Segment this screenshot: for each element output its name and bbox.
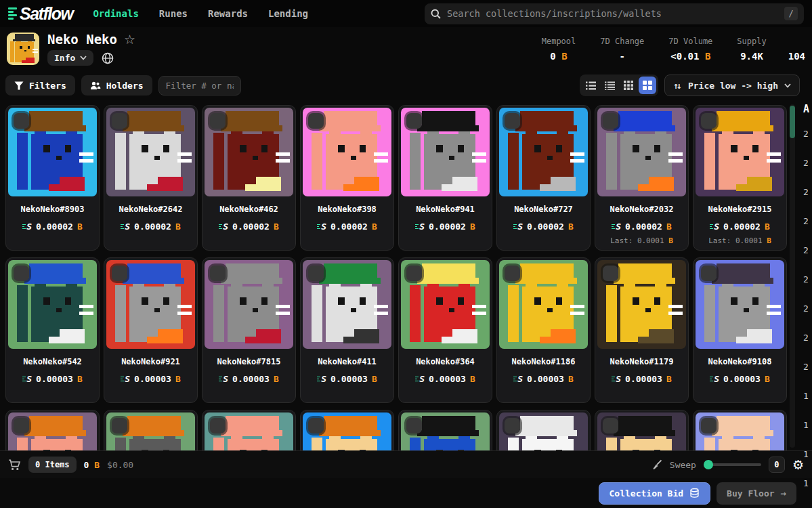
nav-item-runes[interactable]: Runes bbox=[159, 8, 188, 19]
settings-gear-icon[interactable]: ⚙ bbox=[792, 459, 804, 471]
sweep-slider-knob[interactable] bbox=[704, 460, 713, 469]
card-name: NekoNeko#9108 bbox=[696, 357, 784, 366]
satflow-price-icon: S bbox=[612, 374, 621, 384]
favorite-star-icon[interactable]: ☆ bbox=[124, 33, 135, 46]
card-checkbox[interactable] bbox=[505, 266, 520, 281]
card-checkbox[interactable] bbox=[112, 418, 127, 433]
card-checkbox[interactable] bbox=[112, 266, 127, 281]
satflow-logo[interactable]: Satflow bbox=[8, 4, 72, 24]
filters-button[interactable]: Filters bbox=[5, 75, 75, 96]
card[interactable] bbox=[5, 410, 100, 450]
card-price: S0.00002B bbox=[597, 221, 686, 232]
card-checkbox[interactable] bbox=[406, 418, 422, 433]
card[interactable] bbox=[104, 410, 198, 450]
stat-7d-volume: 7D Volume <0.01 B bbox=[668, 37, 712, 62]
card[interactable] bbox=[496, 410, 591, 450]
card-9108[interactable]: NekoNeko#9108 S0.00003B bbox=[693, 257, 787, 403]
collection-stats: Mempool 0 B 7D Change - 7D Volume <0.01 … bbox=[542, 37, 805, 62]
satflow-price-icon: S bbox=[317, 374, 326, 384]
card-checkbox[interactable] bbox=[210, 266, 226, 281]
card-checkbox[interactable] bbox=[603, 113, 618, 129]
nav-item-lending[interactable]: Lending bbox=[268, 8, 308, 19]
card-462[interactable]: NekoNeko#462 S0.00002B bbox=[202, 105, 296, 251]
btc-symbol: B bbox=[175, 374, 181, 384]
card-checkbox[interactable] bbox=[505, 113, 520, 129]
card-2642[interactable]: NekoNeko#2642 S0.00002B bbox=[104, 105, 198, 251]
card[interactable] bbox=[693, 410, 787, 450]
card-542[interactable]: NekoNeko#542 S0.00003B bbox=[5, 257, 100, 403]
card-7815[interactable]: NekoNeko#7815 S0.00003B bbox=[202, 257, 296, 403]
card-checkbox[interactable] bbox=[14, 113, 29, 129]
card[interactable] bbox=[398, 410, 492, 450]
card-name: NekoNeko#2642 bbox=[106, 205, 195, 214]
card-checkbox[interactable] bbox=[406, 266, 422, 281]
card-checkbox[interactable] bbox=[14, 266, 29, 281]
card-398[interactable]: NekoNeko#398 S0.00002B bbox=[300, 105, 394, 251]
card-name: NekoNeko#7815 bbox=[205, 357, 293, 366]
sort-dropdown[interactable]: ↑↓ Price low -> high bbox=[664, 75, 800, 96]
scrollbar-thumb[interactable] bbox=[790, 106, 795, 138]
card-727[interactable]: NekoNeko#727 S0.00002B bbox=[496, 105, 591, 251]
card-price: S0.00003B bbox=[597, 374, 686, 384]
card-941[interactable]: NekoNeko#941 S0.00002B bbox=[398, 105, 492, 251]
btc-symbol: B bbox=[666, 221, 672, 232]
card-364[interactable]: NekoNeko#364 S0.00003B bbox=[398, 257, 492, 403]
holders-people-icon bbox=[90, 81, 101, 90]
compact-list-view-button[interactable] bbox=[601, 77, 618, 94]
card-checkbox[interactable] bbox=[505, 418, 520, 433]
sweep-slider[interactable] bbox=[704, 460, 761, 469]
card-2915[interactable]: NekoNeko#2915 S0.00002BLast: 0.0001 B bbox=[693, 105, 787, 251]
scrollbar[interactable] bbox=[790, 104, 795, 448]
card[interactable] bbox=[300, 410, 394, 450]
card-checkbox[interactable] bbox=[308, 266, 324, 281]
card-checkbox[interactable] bbox=[406, 113, 422, 129]
card-checkbox[interactable] bbox=[701, 113, 717, 129]
card-checkbox[interactable] bbox=[308, 113, 324, 129]
card-checkbox[interactable] bbox=[308, 418, 324, 433]
filter-input[interactable] bbox=[158, 76, 241, 96]
cart-icon[interactable] bbox=[8, 459, 21, 471]
nav-item-ordinals[interactable]: Ordinals bbox=[93, 8, 138, 19]
large-grid-view-button[interactable] bbox=[639, 77, 656, 94]
card-name: NekoNeko#8903 bbox=[8, 205, 97, 214]
list-view-button[interactable] bbox=[582, 77, 599, 94]
card-checkbox[interactable] bbox=[210, 418, 226, 433]
satflow-price-icon: S bbox=[219, 374, 228, 384]
card-checkbox[interactable] bbox=[210, 113, 226, 129]
search-bar[interactable]: / bbox=[425, 3, 804, 24]
card-name: NekoNeko#364 bbox=[401, 357, 490, 366]
card-1179[interactable]: NekoNeko#1179 S0.00003B bbox=[595, 257, 689, 403]
card-2032[interactable]: NekoNeko#2032 S0.00002BLast: 0.0001 B bbox=[595, 105, 689, 251]
card-checkbox[interactable] bbox=[112, 113, 127, 129]
info-dropdown-button[interactable]: Info bbox=[47, 50, 93, 66]
collection-avatar[interactable] bbox=[7, 33, 39, 65]
card[interactable] bbox=[595, 410, 689, 450]
card-price: S0.00003B bbox=[205, 374, 293, 384]
card[interactable] bbox=[202, 410, 296, 450]
search-input[interactable] bbox=[447, 8, 778, 19]
card-8903[interactable]: NekoNeko#8903 S0.00002B bbox=[5, 105, 100, 251]
card-checkbox[interactable] bbox=[14, 418, 29, 433]
card-921[interactable]: NekoNeko#921 S0.00003B bbox=[104, 257, 198, 403]
card-1186[interactable]: NekoNeko#1186 S0.00003B bbox=[496, 257, 591, 403]
card-image bbox=[401, 260, 490, 349]
card-checkbox[interactable] bbox=[603, 418, 618, 433]
card-image bbox=[597, 260, 686, 349]
nav-item-rewards[interactable]: Rewards bbox=[208, 8, 248, 19]
small-grid-view-button[interactable] bbox=[620, 77, 637, 94]
card-checkbox[interactable] bbox=[701, 266, 717, 281]
satflow-price-icon: S bbox=[513, 221, 523, 232]
website-globe-icon[interactable] bbox=[102, 52, 114, 64]
card-checkbox[interactable] bbox=[701, 418, 717, 433]
card-price: S0.00003B bbox=[106, 374, 195, 384]
card-image bbox=[499, 412, 588, 450]
card-checkbox[interactable] bbox=[603, 266, 618, 281]
search-icon bbox=[431, 9, 441, 19]
card-411[interactable]: NekoNeko#411 S0.00003B bbox=[300, 257, 394, 403]
holders-button[interactable]: Holders bbox=[81, 75, 152, 96]
card-name: NekoNeko#1179 bbox=[597, 357, 686, 366]
buy-floor-button[interactable]: Buy Floor → bbox=[717, 482, 796, 505]
sweep-value-box[interactable]: 0 bbox=[769, 457, 785, 473]
card-image bbox=[303, 412, 391, 450]
collection-bid-button[interactable]: Collection Bid bbox=[599, 482, 711, 505]
